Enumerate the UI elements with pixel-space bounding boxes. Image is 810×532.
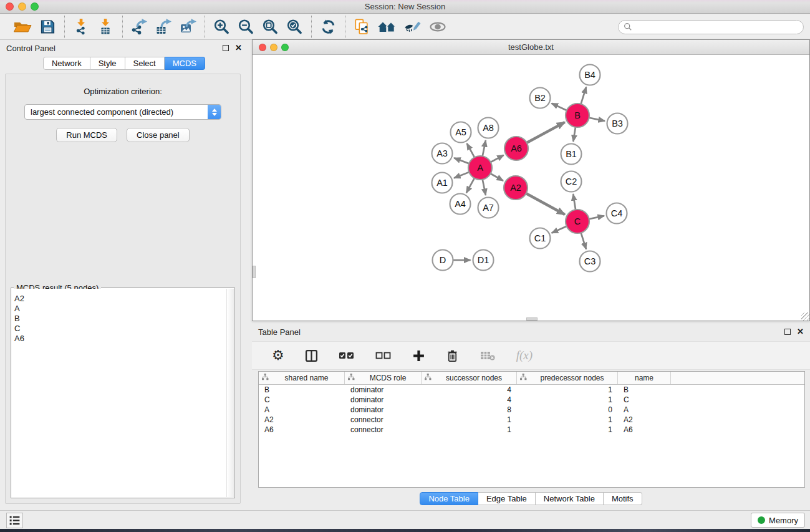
unselect-all-columns-icon <box>375 351 392 360</box>
result-item[interactable]: A <box>12 304 226 314</box>
zoom-selected-button[interactable] <box>282 17 307 36</box>
result-item[interactable]: A6 <box>12 334 226 344</box>
graph-node-A1[interactable]: A1 <box>432 173 453 193</box>
show-hide-panels-button[interactable] <box>425 17 451 37</box>
import-network-button[interactable] <box>69 17 94 36</box>
export-table-button[interactable] <box>152 17 176 36</box>
graph-node-B4[interactable]: B4 <box>580 65 600 85</box>
graph-node-A3[interactable]: A3 <box>432 143 453 164</box>
network-from-file-button[interactable] <box>350 17 374 36</box>
export-network-icon <box>131 19 148 35</box>
graph-node-B1[interactable]: B1 <box>561 144 582 165</box>
select-all-columns-button[interactable] <box>335 349 359 362</box>
criterion-dropdown[interactable]: largest connected component (directed) <box>24 104 221 120</box>
network-canvas[interactable]: B4 B2 B B3 A8 A5 A6 A3 B1 A C2 A1 A2 A4 … <box>253 55 809 321</box>
unselect-all-columns-button[interactable] <box>372 349 395 362</box>
result-item[interactable]: B <box>12 314 226 324</box>
result-item[interactable]: C <box>12 324 226 334</box>
open-session-button[interactable] <box>9 17 36 37</box>
graph-node-B3[interactable]: B3 <box>607 114 628 134</box>
table-row[interactable]: Bdominator41B <box>259 385 804 395</box>
network-zoom-button[interactable] <box>281 44 289 51</box>
network-minimize-button[interactable] <box>270 44 277 51</box>
cell-shared-name: B <box>259 385 345 394</box>
tab-mcds[interactable]: MCDS <box>165 57 205 70</box>
close-panel-icon[interactable]: ✕ <box>235 45 242 51</box>
toggle-graphics-details-icon <box>404 19 421 35</box>
table-row[interactable]: A6connector11A6 <box>259 425 804 435</box>
graph-node-A8[interactable]: A8 <box>478 118 499 138</box>
table-close-panel-icon[interactable]: ✕ <box>797 329 804 335</box>
split-columns-button[interactable] <box>301 348 322 364</box>
column-header-shared-name[interactable]: shared name <box>259 372 345 384</box>
graph-node-D1[interactable]: D1 <box>473 250 494 271</box>
graph-node-A7[interactable]: A7 <box>478 198 499 218</box>
cell-name: A <box>618 405 671 414</box>
tab-node-table[interactable]: Node Table <box>420 492 478 505</box>
save-session-button[interactable] <box>36 17 60 36</box>
window-resize-grip[interactable] <box>801 312 809 321</box>
show-hide-panels-icon <box>428 18 447 36</box>
toggle-graphics-details-button[interactable] <box>400 17 425 36</box>
cell-successor-nodes: 4 <box>422 385 517 394</box>
tab-motifs[interactable]: Motifs <box>604 492 642 505</box>
memory-button[interactable]: Memory <box>751 513 805 528</box>
zoom-window-button[interactable] <box>31 2 39 11</box>
table-row[interactable]: A2connector11A2 <box>259 415 804 425</box>
mcds-panel: Optimization criterion: largest connecte… <box>5 74 241 504</box>
graph-node-C2[interactable]: C2 <box>561 172 582 192</box>
float-panel-icon[interactable] <box>223 45 229 51</box>
table-float-panel-icon[interactable] <box>784 329 791 335</box>
graph-node-A4[interactable]: A4 <box>450 194 471 215</box>
home-button[interactable] <box>374 17 400 37</box>
tab-network[interactable]: Network <box>43 57 90 70</box>
graph-node-C1[interactable]: C1 <box>530 228 551 249</box>
graph-node-A2[interactable]: A2 <box>504 176 528 200</box>
tab-network-table[interactable]: Network Table <box>536 492 604 505</box>
table-row[interactable]: Cdominator41C <box>259 395 804 405</box>
canvas-vscroll-thumb[interactable] <box>253 266 256 278</box>
canvas-hscroll-thumb[interactable] <box>526 317 538 321</box>
table-row[interactable]: Adominator80A <box>259 405 804 415</box>
column-header-successor-nodes[interactable]: successor nodes <box>422 372 517 384</box>
export-network-button[interactable] <box>127 17 152 36</box>
zoom-out-button[interactable] <box>234 17 258 36</box>
export-image-icon <box>180 19 196 35</box>
graph-node-A[interactable]: A <box>468 156 492 180</box>
tab-style[interactable]: Style <box>90 57 125 70</box>
settings-button[interactable]: ⚙ <box>268 348 288 363</box>
graph-node-A5[interactable]: A5 <box>451 122 471 143</box>
network-close-button[interactable] <box>259 44 266 51</box>
graph-node-D[interactable]: D <box>433 250 453 271</box>
network-window-titlebar[interactable]: testGlobe.txt <box>253 40 809 55</box>
delete-columns-button[interactable] <box>442 348 463 364</box>
graph-node-C4[interactable]: C4 <box>607 203 627 224</box>
graph-node-C[interactable]: C <box>566 210 589 233</box>
import-table-button[interactable] <box>94 17 118 36</box>
column-header-name[interactable]: name <box>618 372 671 384</box>
graph-node-B2[interactable]: B2 <box>530 88 551 109</box>
graph-node-B[interactable]: B <box>566 104 589 127</box>
search-box[interactable] <box>618 20 804 34</box>
cell-name: A6 <box>618 425 671 434</box>
tab-edge-table[interactable]: Edge Table <box>478 492 536 505</box>
task-history-button[interactable] <box>6 513 23 528</box>
result-scrollbar[interactable] <box>226 289 234 497</box>
graph-node-A6[interactable]: A6 <box>504 137 528 160</box>
run-mcds-button[interactable]: Run MCDS <box>56 128 117 142</box>
column-header-MCDS-role[interactable]: MCDS role <box>345 372 422 384</box>
refresh-button[interactable] <box>316 17 340 36</box>
search-input[interactable] <box>632 22 798 32</box>
zoom-fit-button[interactable] <box>258 17 282 36</box>
criterion-value: largest connected component (directed) <box>25 107 208 117</box>
tab-select[interactable]: Select <box>125 57 165 70</box>
graph-node-C3[interactable]: C3 <box>580 251 600 272</box>
column-header-predecessor-nodes[interactable]: predecessor nodes <box>517 372 618 384</box>
create-column-button[interactable] <box>408 348 429 364</box>
result-item[interactable]: A2 <box>12 294 226 304</box>
minimize-window-button[interactable] <box>18 2 26 11</box>
close-panel-button[interactable]: Close panel <box>127 128 190 142</box>
zoom-in-button[interactable] <box>210 17 234 36</box>
close-window-button[interactable] <box>6 2 14 11</box>
export-image-button[interactable] <box>176 17 200 36</box>
